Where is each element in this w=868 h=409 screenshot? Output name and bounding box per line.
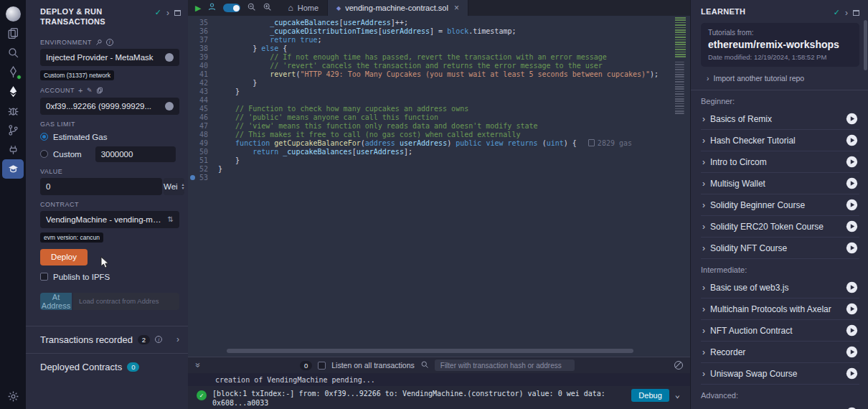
tutorial-item[interactable]: ›Intro to Circom (701, 151, 859, 173)
line-number[interactable]: 40 (188, 62, 218, 70)
play-icon[interactable] (846, 303, 858, 315)
solidity-compiler-icon[interactable] (2, 62, 24, 82)
at-address-input[interactable] (73, 293, 179, 310)
estimated-gas-radio[interactable] (40, 133, 48, 141)
line-number[interactable]: 39 (188, 53, 218, 62)
info-icon[interactable]: i (155, 336, 162, 343)
line-number[interactable]: 37 (188, 36, 218, 44)
code-line[interactable]: 46 // 'public' means anyone can call thi… (188, 113, 690, 122)
play-icon[interactable] (846, 346, 858, 358)
code-line[interactable]: 43 } (188, 88, 690, 96)
code-line[interactable]: 41 revert("HTTP 429: Too Many Cupcakes (… (188, 70, 690, 79)
play-icon[interactable] (846, 199, 858, 211)
tab-vending-machine-contract[interactable]: ◆ vending-machine-contract.sol × (328, 0, 468, 16)
terminal-log[interactable]: creation of VendingMachine pending... ✓ … (188, 373, 690, 409)
custom-gas-input[interactable] (95, 146, 176, 162)
play-icon[interactable] (846, 220, 858, 232)
tutorial-item[interactable]: ›Multisig Wallet (701, 173, 859, 194)
play-icon[interactable] (846, 113, 858, 125)
line-number[interactable]: 50 (188, 148, 218, 156)
code-line[interactable]: 48 // This makes it free to call (no gas… (188, 131, 690, 139)
debugger-icon[interactable] (2, 101, 24, 121)
chevron-down-icon[interactable]: ⌄ (675, 390, 680, 400)
line-number[interactable]: 47 (188, 122, 218, 131)
listen-transactions-checkbox[interactable] (318, 362, 326, 370)
account-copy-icon[interactable] (165, 102, 174, 111)
horizontal-scrollbar[interactable] (227, 349, 664, 353)
remix-logo[interactable] (2, 4, 24, 24)
editor-toggle[interactable] (223, 4, 240, 12)
code-line[interactable]: 47 // 'view' means this function only re… (188, 122, 690, 131)
value-unit-select[interactable]: Wei ▴▾ (164, 178, 184, 195)
tutorial-item[interactable]: ›Hash Checker Tutorial (701, 130, 859, 151)
minimap[interactable] (675, 17, 688, 182)
deploy-button[interactable]: Deploy (40, 249, 88, 265)
add-account-icon[interactable]: + (78, 86, 83, 95)
tutorial-item[interactable]: ›All about Proxy Contracts (701, 403, 859, 409)
transactions-recorded-row[interactable]: Transactions recorded 2 i › (26, 326, 188, 353)
line-number[interactable]: 46 (188, 113, 218, 122)
code-line[interactable]: 49 function getCupcakeBalanceFor(address… (188, 139, 690, 148)
play-icon[interactable] (846, 281, 858, 293)
zoom-out-icon[interactable] (247, 1, 256, 14)
tutorial-item[interactable]: ›Recorder (701, 342, 859, 363)
line-number[interactable]: 51 (188, 156, 218, 165)
line-number[interactable]: 38 (188, 44, 218, 53)
vertical-scrollbar[interactable] (864, 20, 867, 70)
chevron-right-icon[interactable]: › (845, 9, 848, 17)
popout-window-icon[interactable] (174, 10, 181, 16)
code-line[interactable]: 50 return _cupcakeBalances[userAddress]; (188, 148, 690, 156)
code-line[interactable]: 42 } (188, 79, 690, 88)
line-number[interactable]: 45 (188, 105, 218, 113)
tutorial-item[interactable]: ›Basics of Remix (701, 108, 859, 130)
stepper-icon[interactable]: ▴▾ (182, 183, 184, 190)
tutorial-item[interactable]: ›NFT Auction Contract (701, 320, 859, 342)
tutorial-item[interactable]: ›Solidity Beginner Course (701, 194, 859, 216)
value-input[interactable] (40, 178, 162, 195)
code-line[interactable]: 52} (188, 165, 690, 174)
custom-gas-radio[interactable] (40, 150, 48, 158)
line-number[interactable]: 35 (188, 19, 218, 27)
git-icon[interactable] (2, 121, 24, 140)
deploy-run-icon[interactable] (2, 82, 24, 101)
search-icon[interactable] (2, 43, 24, 62)
line-number[interactable]: 44 (188, 96, 218, 105)
line-number[interactable]: 52 (188, 165, 218, 174)
tutorial-item[interactable]: ›Multichain Protocols with Axelar (701, 298, 859, 320)
code-editor[interactable]: 35 _cupcakeBalances[userAddress]++;36 _c… (188, 16, 690, 357)
account-select[interactable]: 0xf39...92266 (9999.99929... (40, 98, 179, 115)
play-icon[interactable] (846, 242, 858, 254)
play-icon[interactable] (846, 177, 858, 189)
code-line[interactable]: 39 // If not enough time has passed, rev… (188, 53, 690, 62)
deployed-contracts-row[interactable]: Deployed Contracts 0 (26, 353, 188, 380)
chevron-right-icon[interactable]: › (166, 9, 169, 17)
clear-console-icon[interactable] (674, 361, 683, 370)
popout-window-icon[interactable] (853, 10, 859, 16)
code-line[interactable]: 35 _cupcakeBalances[userAddress]++; (188, 19, 690, 27)
contract-select[interactable]: VendingMachine - vending-machin ⇅ (40, 211, 179, 228)
pin-icon[interactable] (95, 39, 103, 46)
copy-icon[interactable] (96, 87, 103, 94)
run-script-icon[interactable]: ▶ (195, 4, 201, 13)
at-address-button[interactable]: At Address (40, 293, 72, 310)
edit-icon[interactable]: ✎ (87, 87, 93, 94)
line-number[interactable]: 43 (188, 88, 218, 96)
code-line[interactable]: 38 } else { (188, 44, 690, 53)
code-line[interactable]: 44 (188, 96, 690, 105)
code-line[interactable]: 45 // Function to check how many cupcake… (188, 105, 690, 113)
transaction-filter-input[interactable] (435, 359, 575, 371)
code-line[interactable]: 37 return true; (188, 36, 690, 44)
code-line[interactable]: 36 _cupcakeDistributionTimes[userAddress… (188, 27, 690, 36)
play-icon[interactable] (846, 134, 858, 146)
tutorial-item[interactable]: ›Solidity ERC20 Token Course (701, 216, 859, 238)
code-line[interactable]: 40 // 'revert' cancels the transaction a… (188, 62, 690, 70)
transaction-log-entry[interactable]: ✓ [block:1 txIndex:-] from: 0xf39...9226… (188, 386, 690, 409)
line-number[interactable]: 42 (188, 79, 218, 88)
zoom-in-icon[interactable] (263, 1, 272, 14)
plugin-manager-icon[interactable] (2, 140, 24, 159)
import-tutorial-link[interactable]: › Import another tutorial repo (691, 67, 868, 90)
line-number[interactable]: 49 (188, 139, 218, 148)
file-explorer-icon[interactable] (2, 24, 24, 43)
info-icon[interactable]: i (106, 39, 113, 46)
code-line[interactable]: 51 } (188, 156, 690, 165)
